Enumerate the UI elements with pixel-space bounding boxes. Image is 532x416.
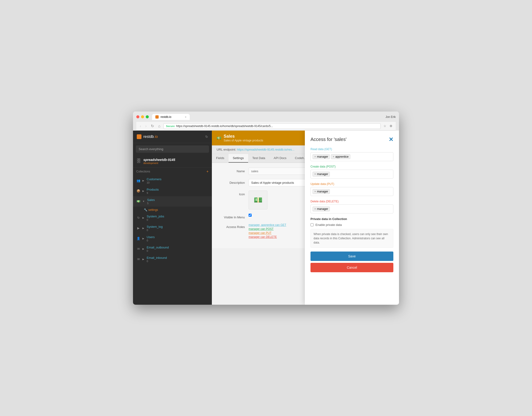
- tab-bar: restdb.io ×: [152, 114, 190, 120]
- bookmark-icon[interactable]: ☆: [383, 124, 387, 128]
- products-count: 9: [147, 191, 159, 194]
- tab-favicon: [155, 115, 159, 119]
- browser-user: Jon Erik: [386, 115, 396, 119]
- db-env: development: [143, 162, 175, 164]
- get-tag-input[interactable]: × manager × apprentice: [310, 152, 393, 161]
- customers-count: 10: [147, 181, 162, 184]
- system-jobs-arrow: ▶: [142, 217, 144, 219]
- tag-manager-post-remove[interactable]: ×: [314, 172, 316, 176]
- refresh-icon[interactable]: ↻: [205, 135, 208, 139]
- traffic-lights: [136, 115, 149, 118]
- tab-test-data[interactable]: Test Data: [248, 154, 270, 163]
- tag-manager-put: × manager: [313, 189, 330, 194]
- sidebar-item-email-outbound[interactable]: ✉ ▶ Email_outbound 0: [133, 244, 212, 254]
- tag-manager-get-remove[interactable]: ×: [314, 155, 316, 158]
- tab-close-button[interactable]: ×: [185, 115, 186, 118]
- sidebar-item-email-inbound[interactable]: ✉ ▶ Email_inbound 0: [133, 254, 212, 265]
- system-jobs-count: 0: [147, 218, 164, 221]
- post-tag-input[interactable]: × manager: [310, 170, 393, 179]
- email-outbound-arrow: ▶: [142, 247, 144, 250]
- email-outbound-name: Email_outbound: [147, 246, 169, 249]
- address-bar[interactable]: Secure https://spreadsheetdb-9145.restdb…: [163, 123, 381, 129]
- address-url: https://spreadsheetdb-9145.restdb.io/hom…: [176, 124, 273, 128]
- sidebar-sub-settings[interactable]: 🔧settings: [133, 207, 212, 213]
- visible-checkbox[interactable]: [249, 214, 252, 217]
- access-section-post: Create data (POST) × manager: [310, 165, 393, 179]
- minimize-traffic-light[interactable]: [141, 115, 144, 118]
- access-section-put: Update data (PUT) × manager: [310, 182, 393, 196]
- sidebar-item-products[interactable]: 📦 ▶ Products 9: [133, 186, 212, 196]
- icon-display: 💵: [254, 196, 262, 204]
- private-enable-checkbox[interactable]: [310, 223, 314, 226]
- sales-count: 5: [147, 202, 155, 205]
- tag-apprentice-get-remove[interactable]: ×: [333, 155, 335, 158]
- access-modal: Access for 'sales' ✕ Read data (GET) × m…: [305, 131, 399, 305]
- extensions-icon[interactable]: ⚙: [389, 124, 393, 128]
- nav-forward-button[interactable]: ›: [144, 123, 148, 129]
- maximize-traffic-light[interactable]: [146, 115, 149, 118]
- sales-name: Sales: [147, 198, 155, 202]
- put-label: Update data (PUT): [310, 182, 393, 186]
- tag-manager-delete: × manager: [313, 207, 330, 211]
- app-content: restdb.io ↻ Search everything 🗄 spreadsh…: [133, 131, 399, 305]
- sidebar-item-system-log[interactable]: ▶ ▶ System_log 0: [133, 223, 212, 233]
- collection-title: Sales: [224, 134, 263, 139]
- tag-manager-post-label: manager: [317, 172, 328, 176]
- email-inbound-icon: ✉: [136, 257, 141, 261]
- put-tag-input[interactable]: × manager: [310, 187, 393, 196]
- sidebar-item-system-jobs[interactable]: ↻ ▶ System_jobs 0: [133, 213, 212, 223]
- nav-back-button[interactable]: ‹: [139, 123, 142, 129]
- close-traffic-light[interactable]: [136, 115, 139, 118]
- sidebar-item-customers[interactable]: 👥 ▶ Customers 10: [133, 176, 212, 186]
- save-button[interactable]: Save: [310, 252, 393, 261]
- customers-arrow: ▶: [142, 179, 144, 182]
- modal-title: Access for 'sales': [310, 137, 347, 142]
- users-name: Users: [147, 235, 155, 239]
- sales-icon: 💵: [136, 199, 141, 204]
- nav-home-button[interactable]: ⌂: [157, 123, 162, 129]
- system-jobs-icon: ↻: [136, 216, 141, 220]
- db-icon: 🗄: [136, 158, 141, 164]
- products-text: Products 9: [147, 188, 159, 194]
- collections-add-button[interactable]: +: [206, 170, 209, 174]
- post-label: Create data (POST): [310, 165, 393, 168]
- collections-label: Collections: [136, 170, 150, 173]
- delete-label: Delete data (DELETE): [310, 200, 393, 203]
- nav-refresh-button[interactable]: ↻: [150, 123, 155, 129]
- collection-subtitle: Sales of Apple vintage products: [224, 139, 263, 142]
- desc-label: Description: [217, 179, 245, 184]
- system-log-arrow: ▶: [142, 227, 144, 229]
- users-arrow: ▶: [142, 237, 144, 240]
- products-icon: 📦: [136, 189, 141, 193]
- private-enable-label: Enable private data: [315, 223, 342, 227]
- system-jobs-name: System_jobs: [147, 215, 164, 218]
- tab-api-docs[interactable]: API Docs: [270, 154, 291, 163]
- tab-fields[interactable]: Fields: [212, 154, 229, 163]
- delete-tag-input[interactable]: × manager: [310, 205, 393, 213]
- url-link[interactable]: https://spreadsheetdb-9145.restdb.io/res…: [237, 148, 294, 151]
- customers-icon: 👥: [136, 179, 141, 183]
- sidebar-item-sales[interactable]: 💵 ▼ Sales 5: [133, 196, 212, 207]
- browser-tab[interactable]: restdb.io ×: [152, 114, 190, 120]
- icon-preview[interactable]: 💵: [249, 191, 267, 209]
- cancel-button[interactable]: Cancel: [310, 263, 393, 272]
- secure-badge: Secure: [166, 125, 175, 128]
- email-outbound-text: Email_outbound 0: [147, 246, 169, 252]
- tag-manager-delete-remove[interactable]: ×: [314, 207, 316, 210]
- browser-chrome: restdb.io × Jon Erik ‹ › ↻ ⌂ Secure http…: [133, 112, 399, 131]
- tag-manager-delete-label: manager: [317, 207, 328, 211]
- db-info: spreadsheetdb-9145 development: [143, 158, 175, 164]
- tab-settings[interactable]: Settings: [229, 154, 248, 163]
- search-box[interactable]: Search everything: [136, 145, 209, 153]
- visible-checkbox-row: [249, 214, 252, 217]
- icon-label: Icon: [217, 191, 245, 196]
- email-inbound-name: Email_inbound: [147, 256, 167, 260]
- settings-label: 🔧settings: [144, 208, 158, 211]
- email-outbound-icon: ✉: [136, 247, 141, 251]
- logo-icon: [137, 134, 142, 139]
- sidebar-item-users[interactable]: 👤 ▶ Users 0: [133, 233, 212, 244]
- email-inbound-count: 0: [147, 260, 167, 263]
- tag-manager-put-remove[interactable]: ×: [314, 190, 316, 193]
- modal-close-button[interactable]: ✕: [389, 136, 393, 143]
- users-icon: 👤: [136, 236, 141, 241]
